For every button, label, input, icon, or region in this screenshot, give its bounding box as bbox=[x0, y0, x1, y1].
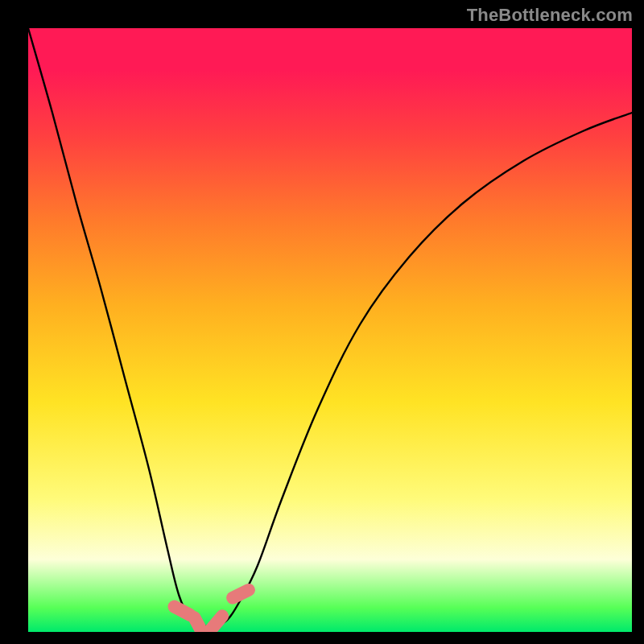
attribution-watermark: TheBottleneck.com bbox=[467, 5, 633, 26]
plot-area bbox=[28, 28, 632, 632]
heat-gradient bbox=[28, 28, 632, 632]
chart-frame: TheBottleneck.com bbox=[0, 0, 644, 644]
